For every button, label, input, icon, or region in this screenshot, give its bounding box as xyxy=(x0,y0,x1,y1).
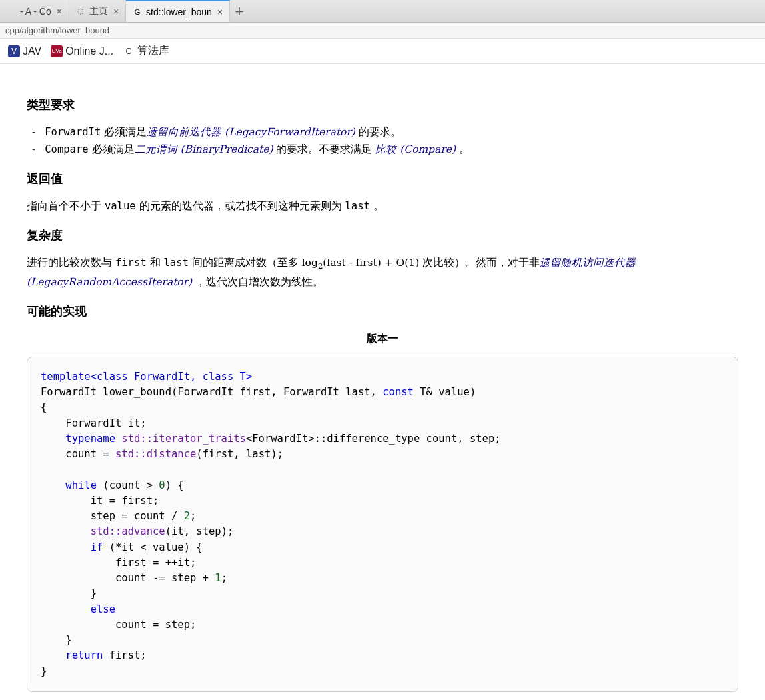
tab-label: std::lower_boun xyxy=(146,7,212,17)
favicon-0 xyxy=(7,7,16,16)
link-compare[interactable]: 比较 (Compare) xyxy=(375,143,456,155)
complexity-paragraph: 进行的比较次数与 first 和 last 间的距离成对数（至多 log2(la… xyxy=(27,254,738,291)
bookmark-icon: UVa xyxy=(51,45,63,57)
code-text: value xyxy=(105,200,136,212)
browser-tab-bar: - A - Co × ◌ 主页 × G std::lower_boun × + xyxy=(0,0,765,23)
close-icon[interactable]: × xyxy=(217,7,223,17)
bookmark-label: Online J... xyxy=(65,45,113,57)
bookmark-icon: V xyxy=(8,45,20,57)
tab-label: - A - Co xyxy=(20,6,51,17)
return-paragraph: 指向首个不小于 value 的元素的迭代器，或若找不到这种元素则为 last 。 xyxy=(27,197,738,215)
bookmark-jav[interactable]: V JAV xyxy=(8,45,41,57)
tab-1[interactable]: ◌ 主页 × xyxy=(69,0,126,22)
heading-complexity: 复杂度 xyxy=(27,225,738,246)
tab-label: 主页 xyxy=(89,5,108,17)
close-icon[interactable]: × xyxy=(57,6,62,17)
code-version-header: 版本一 xyxy=(27,330,738,347)
favicon-2: G xyxy=(133,7,142,17)
heading-return-value: 返回值 xyxy=(27,169,738,189)
bookmark-label: JAV xyxy=(23,45,41,57)
new-tab-button[interactable]: + xyxy=(230,4,249,18)
close-icon[interactable]: × xyxy=(113,6,119,17)
link-legacyforwarditerator[interactable]: 遗留向前迭代器 (LegacyForwardIterator) xyxy=(147,126,355,138)
tab-0[interactable]: - A - Co × xyxy=(0,0,69,22)
url-bar[interactable]: cpp/algorithm/lower_bound xyxy=(0,23,765,39)
code-block: template<class ForwardIt, class T> Forwa… xyxy=(27,357,738,692)
bookmark-label: 算法库 xyxy=(137,44,169,58)
bookmark-icon: G xyxy=(123,45,135,57)
code-text: first xyxy=(115,257,147,269)
tab-2[interactable]: G std::lower_boun × xyxy=(126,0,230,22)
globe-icon: ◌ xyxy=(76,7,85,16)
heading-type-requirements: 类型要求 xyxy=(27,95,738,115)
bullet-dash: - xyxy=(32,123,35,141)
code-text: ForwardIt xyxy=(45,126,101,138)
bookmark-onlinej[interactable]: UVa Online J... xyxy=(51,45,113,57)
link-binarypredicate[interactable]: 二元谓词 (BinaryPredicate) xyxy=(135,143,273,155)
code-text: last xyxy=(163,257,188,269)
list-item: - ForwardIt 必须满足遗留向前迭代器 (LegacyForwardIt… xyxy=(32,123,738,141)
page-content: 类型要求 - ForwardIt 必须满足遗留向前迭代器 (LegacyForw… xyxy=(0,64,765,700)
code-text: Compare xyxy=(45,143,88,155)
code-text: last xyxy=(345,200,369,212)
heading-possible-impl: 可能的实现 xyxy=(27,301,738,322)
type-requirements-list: - ForwardIt 必须满足遗留向前迭代器 (LegacyForwardIt… xyxy=(27,123,738,159)
bookmark-algolib[interactable]: G 算法库 xyxy=(123,44,169,58)
list-item: - Compare 必须满足二元谓词 (BinaryPredicate) 的要求… xyxy=(32,141,738,158)
bullet-dash: - xyxy=(32,141,35,158)
bookmarks-bar: V JAV UVa Online J... G 算法库 xyxy=(0,39,765,64)
